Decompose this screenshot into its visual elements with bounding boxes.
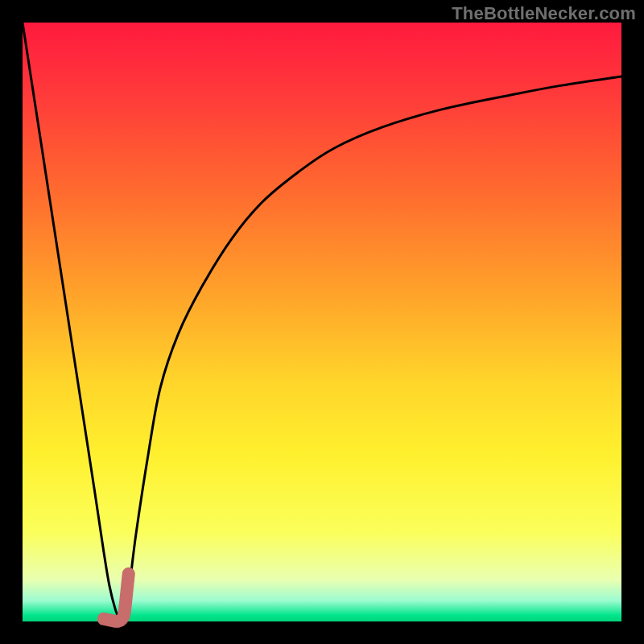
watermark-text: TheBottleNecker.com xyxy=(452,3,636,24)
plot-area xyxy=(23,23,621,621)
bottleneck-curve xyxy=(23,23,621,617)
chart-frame: TheBottleNecker.com xyxy=(0,0,644,644)
chart-svg xyxy=(23,23,621,621)
